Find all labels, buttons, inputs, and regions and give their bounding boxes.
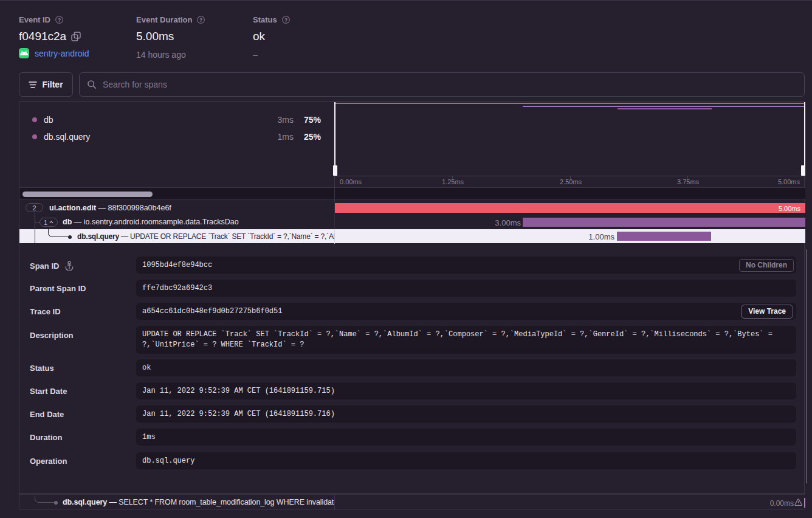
- svg-text:?: ?: [199, 17, 202, 23]
- svg-text:?: ?: [58, 17, 61, 23]
- svg-text:?: ?: [284, 17, 287, 23]
